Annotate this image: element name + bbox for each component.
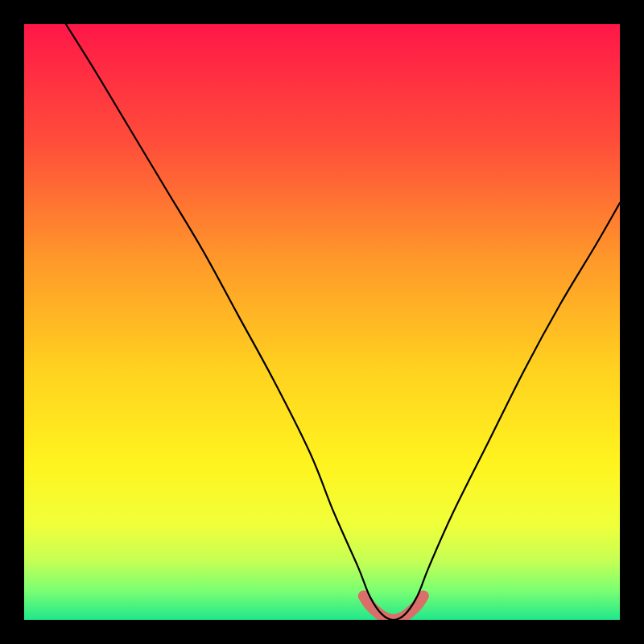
chart-frame	[0, 0, 644, 644]
